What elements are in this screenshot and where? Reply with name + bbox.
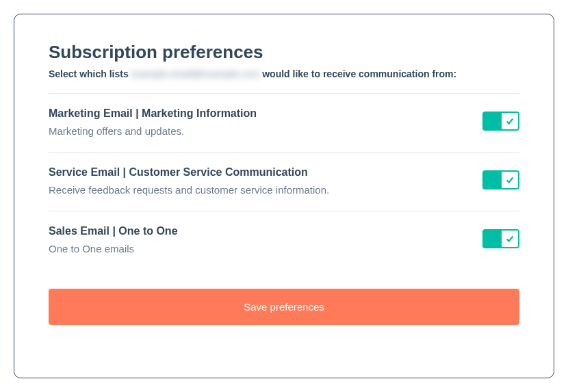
toggle-service[interactable] bbox=[482, 170, 519, 190]
subtitle-email-blurred: example.email@example.com bbox=[131, 68, 260, 79]
preference-title: Service Email | Customer Service Communi… bbox=[49, 166, 329, 179]
subtitle-prefix: Select which lists bbox=[49, 68, 131, 79]
preference-description: Marketing offers and updates. bbox=[49, 125, 257, 137]
toggle-knob bbox=[501, 112, 519, 130]
preference-text: Marketing Email | Marketing Information … bbox=[49, 107, 257, 137]
preferences-card: Subscription preferences Select which li… bbox=[14, 14, 554, 378]
toggle-knob bbox=[501, 171, 519, 189]
save-preferences-button[interactable]: Save preferences bbox=[49, 289, 519, 325]
check-icon bbox=[505, 175, 515, 185]
preference-description: One to One emails bbox=[49, 243, 178, 254]
check-icon bbox=[505, 116, 515, 126]
preference-row-service: Service Email | Customer Service Communi… bbox=[49, 153, 519, 211]
preference-title: Marketing Email | Marketing Information bbox=[49, 107, 257, 120]
toggle-marketing[interactable] bbox=[482, 112, 519, 131]
preference-description: Receive feedback requests and customer s… bbox=[49, 184, 329, 196]
subtitle-suffix: would like to receive communication from… bbox=[259, 68, 456, 79]
page-title: Subscription preferences bbox=[49, 42, 519, 63]
preference-row-sales: Sales Email | One to One One to One emai… bbox=[49, 211, 519, 270]
preference-title: Sales Email | One to One bbox=[49, 225, 178, 237]
check-icon bbox=[505, 234, 515, 244]
toggle-knob bbox=[501, 230, 519, 248]
preference-text: Service Email | Customer Service Communi… bbox=[49, 166, 329, 196]
page-subtitle: Select which lists example.email@example… bbox=[49, 68, 519, 79]
toggle-sales[interactable] bbox=[482, 229, 519, 248]
preference-row-marketing: Marketing Email | Marketing Information … bbox=[49, 94, 519, 152]
preference-text: Sales Email | One to One One to One emai… bbox=[49, 225, 178, 254]
